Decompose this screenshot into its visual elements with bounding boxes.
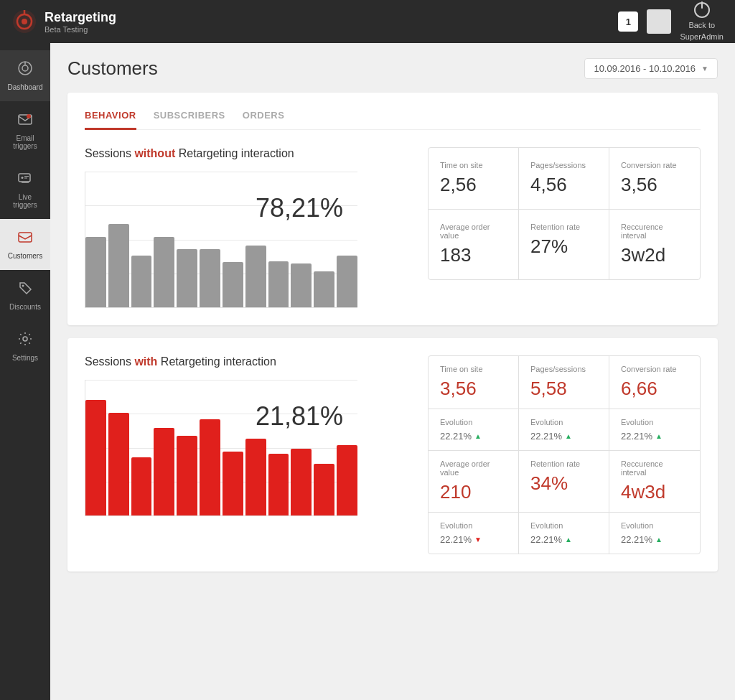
stat-pages-sessions: Pages/sessions 4,56 [519, 148, 609, 210]
date-picker[interactable]: 10.09.2016 - 10.10.2016 ▼ [584, 58, 718, 79]
tab-subscribers[interactable]: SUBSCRIBERS [154, 110, 225, 130]
stat-time-label: Time on site [440, 161, 507, 169]
stat-w-time-label: Time on site [440, 365, 507, 373]
settings-icon [17, 331, 33, 350]
stat-w-evo2-row: 22.21% ▲ [530, 431, 597, 442]
rbar-12 [337, 445, 357, 515]
session-with-highlight: with [134, 355, 157, 368]
stat-w-conversion: Conversion rate 6,66 [609, 356, 700, 409]
bar-5 [177, 249, 197, 307]
session-without-title: Sessions without Retargeting interaction [85, 147, 411, 160]
bar-12 [337, 256, 357, 307]
stat-w-evo5: Evolution 22.21% ▲ [519, 513, 609, 554]
stat-w-evo5-label: Evolution [530, 521, 597, 530]
svg-point-10 [22, 177, 24, 179]
evo4-arrow: ▼ [474, 536, 482, 543]
evo6-arrow: ▲ [655, 536, 663, 543]
session-with-card: Sessions with Retargeting interaction 21… [67, 338, 718, 571]
bar-8 [245, 246, 266, 307]
chart-with-percent: 21,81% [256, 401, 343, 431]
stats-without-grid: Time on site 2,56 Pages/sessions 4,56 Co… [428, 147, 701, 280]
stat-conversion-rate: Conversion rate 3,56 [609, 148, 700, 210]
svg-point-2 [22, 19, 27, 24]
topbar-right: 1 Back to SuperAdmin [618, 2, 724, 41]
sidebar: Dashboard Email triggers [0, 43, 50, 700]
tabs: BEHAVIOR SUBSCRIBERS ORDERS [85, 110, 701, 130]
sidebar-dashboard-label: Dashboard [8, 83, 43, 91]
stat-w-pages-label: Pages/sessions [530, 365, 597, 373]
sidebar-item-customers[interactable]: Customers [0, 219, 50, 270]
svg-point-14 [22, 285, 24, 287]
tab-behavior[interactable]: BEHAVIOR [85, 110, 136, 130]
stat-conversion-value: 3,56 [621, 174, 688, 196]
discounts-icon [17, 280, 33, 299]
evo6-value: 22.21% [621, 534, 652, 545]
stat-w-evo5-row: 22.21% ▲ [530, 534, 597, 545]
evo2-arrow: ▲ [565, 432, 572, 440]
stat-avg-order-label: Average order value [440, 223, 507, 240]
sidebar-item-email-triggers[interactable]: Email triggers [0, 101, 50, 160]
session-with-left: Sessions with Retargeting interaction 21… [85, 355, 411, 516]
bar-7 [223, 262, 243, 307]
logo: Retargeting Beta Testing [11, 9, 618, 34]
rbar-3 [131, 457, 152, 515]
bar-2 [108, 224, 129, 307]
customers-icon [17, 229, 33, 248]
stat-w-evo3-row: 22.21% ▲ [621, 431, 688, 442]
svg-point-15 [23, 337, 27, 341]
stats-with-grid: Time on site 3,56 Pages/sessions 5,58 Co… [428, 355, 701, 554]
back-to-superadmin-button[interactable]: Back to SuperAdmin [680, 2, 724, 41]
stat-w-avg-label: Average order value [440, 459, 507, 477]
evo5-arrow: ▲ [565, 536, 572, 543]
evo3-value: 22.21% [621, 431, 652, 442]
stat-time-on-site: Time on site 2,56 [429, 148, 519, 210]
chart-without-percent: 78,21% [256, 193, 343, 223]
notification-badge[interactable]: 1 [618, 11, 638, 32]
stat-avg-order-value: 183 [440, 244, 507, 266]
stat-w-retention-value: 34% [530, 472, 597, 495]
sidebar-discounts-label: Discounts [9, 303, 41, 311]
evo2-value: 22.21% [530, 431, 562, 442]
superadmin-label: SuperAdmin [680, 32, 724, 41]
evo4-value: 22.21% [440, 534, 472, 545]
sidebar-item-dashboard[interactable]: Dashboard [0, 50, 50, 101]
dashboard-icon [17, 60, 33, 80]
stat-w-pages: Pages/sessions 5,58 [519, 356, 609, 409]
stat-w-reccurence: Reccurence interval 4w3d [609, 451, 700, 513]
sidebar-item-live-triggers[interactable]: Live triggers [0, 160, 50, 219]
stat-retention: Retention rate 27% [519, 210, 609, 279]
stat-w-reccurence-value: 4w3d [621, 481, 688, 503]
sidebar-email-triggers-label: Email triggers [6, 134, 45, 150]
topbar: Retargeting Beta Testing 1 Back to Super… [0, 0, 735, 43]
svg-point-8 [27, 114, 31, 118]
stat-w-pages-value: 5,58 [530, 378, 597, 400]
email-triggers-icon [17, 111, 33, 131]
stat-reccurence-label: Reccurence interval [621, 223, 688, 240]
stat-w-evo6-label: Evolution [621, 521, 688, 530]
date-range-value: 10.09.2016 - 10.10.2016 [594, 63, 696, 74]
sidebar-item-discounts[interactable]: Discounts [0, 270, 50, 321]
bar-9 [268, 261, 289, 307]
svg-point-5 [22, 65, 28, 71]
stat-w-evo4-label: Evolution [440, 521, 507, 530]
tab-orders[interactable]: ORDERS [243, 110, 285, 130]
live-triggers-icon [17, 170, 33, 190]
bar-1 [85, 237, 106, 307]
rbar-11 [314, 464, 334, 515]
stat-w-avg-value: 210 [440, 481, 507, 503]
session-without-section: Sessions without Retargeting interaction… [85, 147, 701, 308]
bar-3 [131, 256, 152, 307]
stat-w-avg: Average order value 210 [429, 451, 519, 513]
sidebar-customers-label: Customers [8, 252, 42, 260]
stat-w-retention-label: Retention rate [530, 459, 597, 468]
stat-time-value: 2,56 [440, 174, 507, 196]
sidebar-item-settings[interactable]: Settings [0, 321, 50, 372]
page-header: Customers 10.09.2016 - 10.10.2016 ▼ [67, 57, 718, 80]
stat-w-evo2: Evolution 22.21% ▲ [519, 409, 609, 451]
stat-w-reccurence-label: Reccurence interval [621, 459, 688, 477]
stat-w-evo3-label: Evolution [621, 418, 688, 426]
stat-retention-label: Retention rate [530, 223, 597, 231]
user-avatar[interactable] [647, 9, 671, 34]
rbar-9 [268, 454, 289, 515]
stat-w-evo1-row: 22.21% ▲ [440, 431, 507, 442]
